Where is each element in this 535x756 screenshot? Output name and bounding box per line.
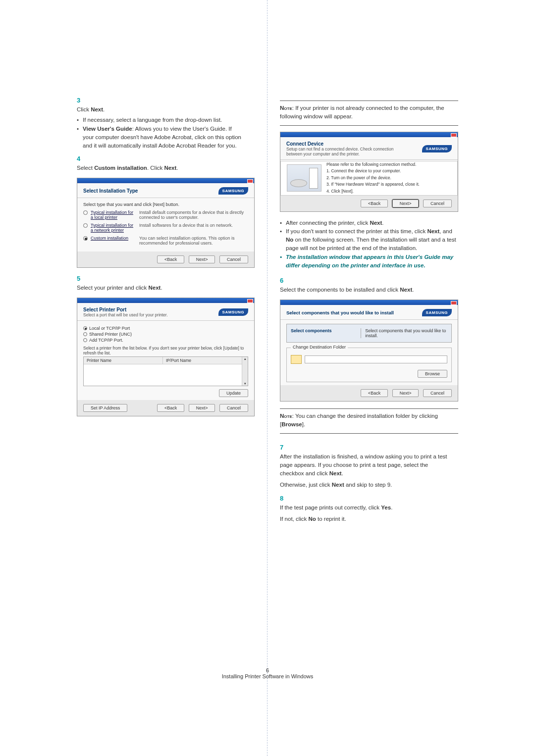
- step-line: Please refer to the following connection…: [326, 161, 420, 168]
- note-rule: [280, 433, 458, 434]
- radio-option-local[interactable]: Typical installation for a local printer…: [83, 210, 248, 220]
- radio-icon: [83, 332, 87, 336]
- step-body: Select Custom installation. Click Next.: [77, 164, 244, 172]
- next-button[interactable]: Next>: [392, 389, 419, 397]
- radio-option-local-tcpip[interactable]: Local or TCP/IP Port: [83, 326, 248, 331]
- scrollbar[interactable]: ▴▾: [242, 357, 248, 386]
- text: If the test page prints out correctly, c…: [280, 504, 381, 510]
- radio-option-custom[interactable]: Custom installation You can select insta…: [83, 236, 248, 246]
- radio-description: Install default components for a device …: [139, 210, 248, 220]
- divider: [77, 320, 254, 321]
- connection-illustration: [287, 164, 321, 192]
- step-number: 7: [280, 444, 289, 451]
- radio-icon: [83, 210, 88, 215]
- cancel-button[interactable]: Cancel: [219, 404, 248, 412]
- bullet-dot: •: [280, 227, 286, 253]
- step-number: 6: [280, 277, 289, 284]
- samsung-logo: SAMSUNG: [218, 308, 248, 316]
- radio-option-shared-unc[interactable]: Shared Printer (UNC): [83, 332, 248, 337]
- page-footer: 6 Installing Printer Software in Windows: [0, 667, 535, 679]
- components-box: Select components Select components that…: [286, 324, 452, 343]
- text: If not, click: [280, 516, 309, 522]
- cancel-button[interactable]: Cancel: [423, 200, 452, 207]
- back-button[interactable]: <Back: [157, 255, 184, 263]
- scroll-down-icon: ▾: [244, 382, 246, 386]
- cancel-button[interactable]: Cancel: [219, 255, 248, 263]
- divider: [280, 159, 458, 160]
- scroll-up-icon: ▴: [244, 357, 246, 361]
- browse-button[interactable]: Browse: [418, 370, 447, 378]
- radio-label: Shared Printer (UNC): [89, 332, 132, 337]
- dialog-titlebar: [77, 178, 254, 183]
- step-line: 3. If "New Hardware Wizard" is appeared,…: [326, 181, 420, 188]
- text: Click: [77, 106, 91, 112]
- step-number: 5: [77, 275, 86, 282]
- cancel-button[interactable]: Cancel: [423, 389, 452, 397]
- text-bold: Next: [400, 287, 412, 293]
- dialog-hint: Select a printer from the list below. If…: [83, 346, 248, 355]
- step-7: 7 After the installation is finished, a …: [280, 444, 458, 490]
- back-button[interactable]: <Back: [157, 404, 184, 412]
- dialog-body: Select components Select components that…: [280, 321, 458, 385]
- connection-steps: Please refer to the following connection…: [326, 161, 420, 195]
- bullet-dot: •: [280, 219, 286, 227]
- bullet-dot: •: [77, 116, 83, 124]
- radio-label: Custom installation: [91, 236, 136, 241]
- dialog-header: Select Installation Type SAMSUNG: [77, 183, 254, 197]
- set-ip-button[interactable]: Set IP Address: [83, 404, 127, 412]
- dialog-titlebar: [280, 300, 458, 305]
- text-bold: View User's Guide: [83, 126, 132, 132]
- step-5: 5 Select your printer and click Next.: [77, 275, 255, 293]
- path-field[interactable]: [305, 355, 447, 363]
- destination-folder-group: Change Destination Folder Browse: [286, 348, 452, 382]
- text: and skip to step 9.: [344, 482, 392, 488]
- text: .: [391, 504, 392, 510]
- text: . Click: [147, 165, 164, 171]
- radio-option-add-tcpip[interactable]: Add TCP/IP Port.: [83, 338, 248, 343]
- text-bold: Next: [370, 220, 382, 226]
- printer-list[interactable]: Printer Name IP/Port Name ▴▾: [83, 356, 248, 386]
- divider: [77, 198, 254, 198]
- next-button[interactable]: Next>: [392, 200, 419, 207]
- bullet-text: After connecting the printer, click Next…: [286, 219, 458, 227]
- next-button[interactable]: Next>: [189, 404, 215, 412]
- dialog-select-printer-port: Select Printer Port Select a port that w…: [77, 298, 255, 416]
- text: , and: [439, 228, 452, 234]
- radio-option-network[interactable]: Typical installation for a network print…: [83, 223, 248, 233]
- step-number: 3: [77, 97, 86, 104]
- text-bold: No: [309, 516, 316, 522]
- next-button[interactable]: Next>: [189, 255, 215, 263]
- components-right-label: Select components that you would like to…: [365, 328, 447, 338]
- dialog-header: Select Printer Port Select a port that w…: [77, 303, 254, 319]
- footer-caption: Installing Printer Software in Windows: [0, 673, 535, 679]
- text: After the installation is finished, a wi…: [280, 454, 447, 477]
- bullet-italic: • The installation window that appears i…: [280, 253, 458, 270]
- dialog-body: Select type that you want and click [Nex…: [77, 199, 254, 252]
- dialog-title: Connect Device: [286, 141, 395, 147]
- note-label: Note: [280, 105, 292, 111]
- legend-title: Change Destination Folder: [291, 345, 348, 350]
- text-bold: Custom installation: [94, 165, 147, 171]
- list-header: Printer Name IP/Port Name: [84, 357, 242, 364]
- list-inner: Printer Name IP/Port Name: [84, 357, 242, 386]
- text: Select your printer and click: [77, 285, 148, 291]
- button-group: <Back Next> Cancel: [154, 404, 248, 412]
- text: .: [160, 285, 162, 291]
- left-column: 3 Click Next. • If necessary, select a l…: [0, 0, 268, 756]
- step-line: 4. Click [Next].: [326, 188, 420, 195]
- dialog-title: Select Installation Type: [83, 188, 138, 194]
- update-button[interactable]: Update: [219, 389, 248, 397]
- text-bold: Next: [91, 106, 103, 112]
- column-header-printer-name: Printer Name: [84, 357, 162, 364]
- radio-icon-selected: [83, 236, 88, 241]
- step-line: 1. Connect the device to your computer.: [326, 168, 420, 175]
- dialog-title: Select components that you would like to…: [286, 310, 394, 315]
- back-button[interactable]: <Back: [361, 200, 388, 207]
- samsung-logo: SAMSUNG: [422, 145, 452, 152]
- dialog-button-bar: <Back Next> Cancel: [77, 252, 254, 267]
- bullet-text: The installation window that appears in …: [286, 253, 458, 270]
- note-rule: [280, 408, 458, 409]
- step-3: 3 Click Next. • If necessary, select a l…: [77, 97, 255, 150]
- back-button[interactable]: <Back: [361, 389, 388, 397]
- step-body: Select your printer and click Next.: [77, 284, 244, 292]
